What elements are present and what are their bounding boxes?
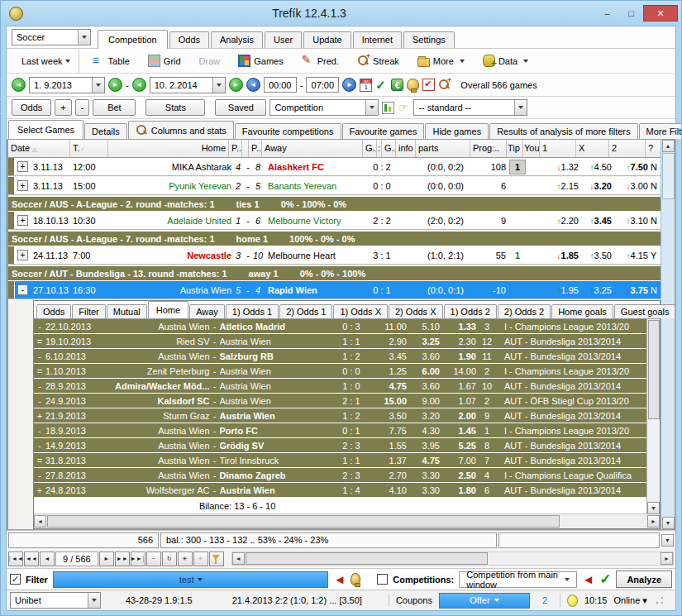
scrollbar-thumb[interactable] — [246, 552, 488, 565]
next-page-button[interactable]: ►► — [115, 552, 130, 566]
tab-user[interactable]: User — [265, 31, 302, 48]
table-button[interactable]: Table — [88, 52, 135, 69]
expand-button[interactable]: + — [17, 180, 28, 191]
detail-row[interactable]: +24.8.2013Wolfsberger AC-Austria Wien1 :… — [34, 483, 646, 498]
bookmaker-select[interactable]: Unibet — [10, 592, 101, 609]
detail-row[interactable]: -18.9.2013Austria Wien-Porto FC0 : 17.75… — [34, 423, 646, 438]
magnifier-plus-icon[interactable]: + — [438, 79, 451, 91]
next-date-from-button[interactable] — [108, 78, 122, 92]
scroll-right-icon[interactable] — [647, 515, 660, 528]
next-record-button[interactable]: ► — [99, 552, 114, 566]
table-row[interactable]: + 24.11.13 7:00 Newcastle 3 - 10 Melbour… — [8, 246, 661, 265]
offer-button[interactable]: Offer — [439, 593, 530, 609]
col-q[interactable]: ? — [646, 140, 657, 157]
scroll-left-icon[interactable] — [34, 515, 46, 528]
col-tip[interactable]: Tip — [507, 140, 523, 157]
tab-away[interactable]: Away — [189, 304, 225, 318]
col-you[interactable]: You — [523, 140, 540, 157]
tab-details[interactable]: Details — [84, 123, 127, 139]
col-prog[interactable]: Prog... — [470, 140, 507, 157]
prior-page-button[interactable]: ◄◄ — [24, 552, 39, 566]
apply-check-icon[interactable]: ✓ — [375, 79, 388, 91]
tab-home-goals[interactable]: Home goals — [551, 304, 613, 318]
tab-columns-and-stats[interactable]: Columns and stats — [128, 121, 234, 139]
prev-date-to-button[interactable] — [132, 78, 146, 92]
chevron-down-icon[interactable] — [365, 100, 378, 115]
streak-button[interactable]: +Streak — [352, 52, 404, 69]
maximize-button[interactable]: □ — [619, 5, 643, 21]
prev-date-from-button[interactable] — [12, 78, 26, 92]
tab-1-odds-2[interactable]: 1) Odds 2 — [444, 304, 497, 318]
tab-settings[interactable]: Settings — [403, 31, 455, 48]
scrollbar-thumb[interactable] — [662, 153, 675, 199]
chevron-down-icon[interactable] — [78, 30, 90, 45]
col-g2[interactable]: G... — [382, 140, 396, 157]
detail-row[interactable]: -22.10.2013Austria Wien-Atletico Madrid0… — [34, 319, 646, 334]
filter-select[interactable]: test — [53, 571, 329, 588]
next-date-to-button[interactable] — [229, 78, 243, 92]
col-time[interactable]: T.∕ — [70, 140, 108, 157]
filter-funnel-button[interactable] — [209, 552, 224, 566]
scroll-down-icon[interactable] — [662, 517, 675, 529]
sport-select[interactable]: Soccer — [12, 29, 91, 45]
col-info[interactable]: info — [396, 140, 416, 157]
bet-button[interactable]: Bet — [93, 99, 136, 116]
collapse-button[interactable]: - — [17, 284, 28, 295]
chevron-down-icon[interactable] — [92, 78, 104, 93]
scroll-up-icon[interactable] — [662, 140, 675, 152]
tab-guest-goals[interactable]: Guest goals — [614, 304, 675, 318]
red-arrow-icon[interactable]: ◄ — [333, 573, 346, 585]
detail-row[interactable]: +21.9.2013Sturm Graz-Austria Wien1 : 23.… — [34, 408, 646, 423]
tab-select-games[interactable]: Select Games — [8, 120, 83, 139]
tab-hide-games[interactable]: Hide games — [425, 123, 489, 139]
table-row[interactable]: + 18.10.13 10:30 Adelaide United 1 - 6 M… — [8, 212, 661, 230]
competition-source-select[interactable]: Competition from main window — [459, 571, 577, 588]
pred-button[interactable]: Pred. — [297, 52, 344, 69]
detail-row[interactable]: -6.10.2013Austria Wien-Salzburg RB1 : 23… — [34, 349, 646, 364]
delete-record-button[interactable]: − — [146, 552, 161, 566]
scrollbar-thumb[interactable] — [47, 515, 560, 528]
detail-row[interactable]: =19.10.2013Ried SV-Austria Wien1 : 12.90… — [34, 334, 646, 349]
expand-button[interactable]: + — [17, 215, 28, 226]
calendar-icon[interactable] — [360, 79, 372, 92]
col-x[interactable]: X — [576, 140, 609, 157]
tab-1-odds-1[interactable]: 1) Odds 1 — [226, 304, 279, 318]
tab-competition[interactable]: Competition — [98, 30, 168, 49]
advance-time-button[interactable] — [342, 78, 356, 92]
table-row-selected[interactable]: - 27.10.13 16:30 Austria Wien 5 - 4 Rapi… — [8, 281, 661, 299]
games-button[interactable]: Games — [233, 52, 288, 69]
tab-favourite-games[interactable]: Favourite games — [342, 123, 425, 139]
chevron-down-icon[interactable] — [212, 78, 225, 93]
data-button[interactable]: Data — [478, 52, 533, 69]
online-dropdown[interactable]: Online ▾ — [613, 595, 646, 606]
scroll-right-icon[interactable] — [661, 552, 673, 565]
table-row[interactable]: + 3.11.13 15:00 Pyunik Yerevan 2 - 5 Ban… — [8, 177, 661, 195]
date-from-select[interactable]: 1. 9.2013 — [29, 77, 105, 93]
close-button[interactable]: ✕ — [643, 5, 678, 21]
scroll-down-icon[interactable] — [647, 502, 660, 514]
euro-icon[interactable]: € — [391, 79, 403, 91]
scroll-down-icon[interactable] — [661, 534, 674, 547]
red-arrow-icon[interactable]: ◄ — [582, 573, 594, 585]
tab-update[interactable]: Update — [303, 31, 351, 48]
tab-2-odds-1[interactable]: 2) Odds 1 — [279, 304, 332, 318]
tab-odds[interactable]: Odds — [36, 304, 71, 318]
detail-row[interactable]: -28.9.2013Admira/Wacker Möd...-Austria W… — [34, 379, 646, 394]
saved-button[interactable]: Saved — [215, 99, 266, 116]
last-record-button[interactable]: ►►⏐ — [131, 552, 145, 566]
main-horizontal-scrollbar[interactable] — [231, 552, 674, 566]
minus-button[interactable]: - — [75, 99, 90, 116]
bell-icon[interactable] — [407, 79, 419, 91]
chevron-down-icon[interactable] — [88, 593, 100, 608]
expand-button[interactable]: + — [17, 250, 28, 260]
grid-button[interactable]: Grid — [143, 52, 186, 69]
col-parts[interactable]: parts — [416, 140, 470, 157]
detail-row[interactable]: -27.8.2013Austria Wien-Dinamo Zagreb2 : … — [34, 468, 646, 483]
detail-row[interactable]: -14.9.2013Austria Wien-Grödig SV2 : 31.5… — [34, 438, 646, 453]
col-home[interactable]: Home — [108, 140, 229, 157]
scroll-left-icon[interactable] — [232, 552, 245, 565]
col-1[interactable]: 1 — [540, 140, 576, 157]
col-away[interactable]: Away — [262, 140, 363, 157]
odds-button[interactable]: Odds — [12, 99, 51, 116]
refresh-button[interactable]: ↻ — [162, 552, 177, 566]
